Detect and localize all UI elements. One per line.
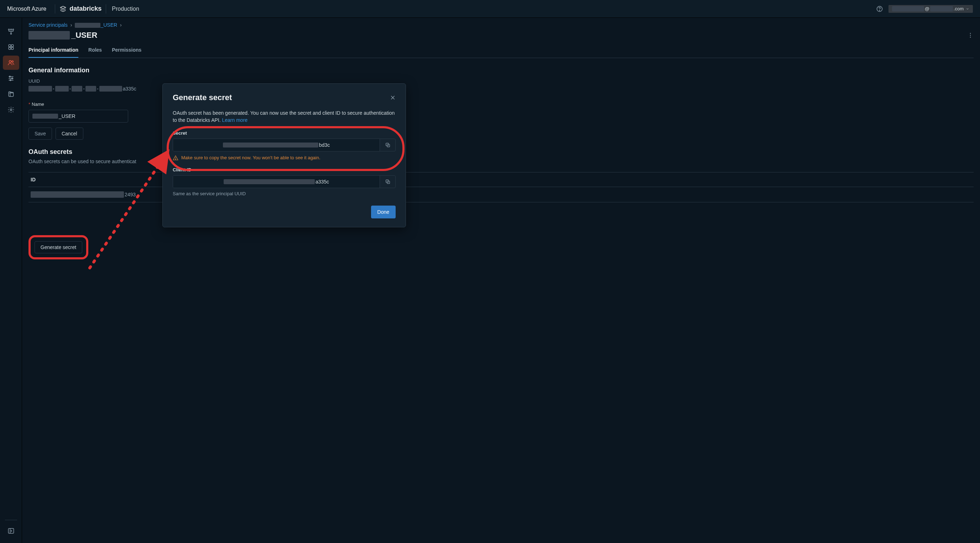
cancel-button[interactable]: Cancel [56, 127, 83, 140]
svg-point-11 [12, 61, 13, 62]
clientid-field: a335c [173, 175, 396, 188]
close-icon [390, 95, 396, 100]
copy-clientid-button[interactable] [380, 176, 395, 188]
generate-secret-button[interactable]: Generate secret [35, 241, 82, 253]
warning-icon [173, 155, 178, 161]
svg-point-18 [970, 33, 971, 34]
highlight-generate-secret: Generate secret [29, 235, 88, 260]
svg-rect-8 [8, 48, 11, 49]
brand-azure: Microsoft Azure [7, 6, 46, 12]
modal-title: Generate secret [173, 93, 232, 102]
breadcrumb-root-link[interactable]: Service principals [29, 22, 68, 28]
svg-point-5 [10, 33, 11, 34]
main-content: Service principals › _USER › _USER Princ… [22, 18, 980, 543]
svg-rect-15 [8, 93, 13, 97]
brand-databricks: databricks [59, 5, 102, 13]
clientid-value[interactable]: a335c [173, 176, 380, 188]
databricks-logo-icon [59, 5, 67, 13]
secret-label: Secret [173, 131, 396, 136]
clientid-hint: Same as the service principal UUID [173, 191, 396, 196]
modal-description: OAuth secret has been generated. You can… [173, 109, 396, 124]
secret-value[interactable]: bd3c [173, 139, 380, 151]
breadcrumb-current[interactable]: _USER [75, 22, 117, 28]
separator [55, 4, 55, 14]
copy-secret-button[interactable] [380, 139, 395, 151]
sidebar [0, 18, 22, 543]
section-general-heading: General information [29, 67, 974, 74]
chevron-down-icon [966, 7, 969, 11]
copy-icon [385, 179, 391, 185]
name-input[interactable]: _USER [29, 110, 128, 123]
svg-point-16 [10, 109, 12, 111]
environment-label: Production [112, 6, 139, 12]
tab-roles[interactable]: Roles [88, 43, 102, 58]
top-header: Microsoft Azure databricks Production . … [0, 0, 980, 18]
modal-close-button[interactable] [390, 95, 396, 100]
sidebar-item-catalog[interactable] [3, 87, 19, 101]
page-title: _USER [29, 31, 97, 40]
svg-rect-9 [11, 48, 13, 49]
clientid-label: Client ID [173, 167, 396, 172]
svg-point-1 [879, 10, 880, 10]
secret-field: bd3c [173, 139, 396, 151]
svg-point-2 [8, 29, 9, 30]
tabs: Principal information Roles Permissions [29, 43, 974, 58]
svg-rect-6 [8, 45, 11, 47]
sidebar-item-groups[interactable] [3, 40, 19, 54]
copy-icon [385, 142, 391, 148]
svg-rect-7 [11, 45, 13, 47]
tab-principal-information[interactable]: Principal information [29, 43, 78, 58]
breadcrumb: Service principals › _USER › [29, 22, 974, 28]
sidebar-item-settings-sliders[interactable] [3, 71, 19, 86]
brand-databricks-text: databricks [70, 5, 102, 13]
chevron-right-icon: › [120, 22, 122, 28]
save-button[interactable]: Save [29, 127, 52, 140]
sidebar-item-settings[interactable] [3, 103, 19, 117]
learn-more-link[interactable]: Learn more [222, 117, 248, 123]
tab-permissions[interactable]: Permissions [112, 43, 142, 58]
sidebar-divider [5, 520, 17, 520]
user-email: . @ . .com [892, 6, 964, 11]
svg-point-4 [13, 29, 14, 30]
help-icon[interactable] [876, 5, 883, 13]
svg-point-20 [970, 37, 971, 37]
svg-point-10 [9, 61, 11, 63]
done-button[interactable]: Done [371, 205, 396, 218]
kebab-icon [967, 32, 974, 38]
sidebar-item-collapse[interactable] [3, 524, 19, 538]
user-menu[interactable]: . @ . .com [888, 5, 973, 13]
secret-warning: Make sure to copy the secret now. You wo… [173, 155, 396, 161]
page-more-menu[interactable] [967, 32, 974, 38]
chevron-right-icon: › [70, 22, 72, 28]
generate-secret-modal: Generate secret OAuth secret has been ge… [162, 83, 406, 227]
svg-point-3 [10, 29, 11, 30]
sidebar-item-workspaces[interactable] [3, 24, 19, 38]
sidebar-item-users[interactable] [3, 56, 19, 70]
svg-point-19 [970, 35, 971, 36]
separator [106, 4, 106, 14]
